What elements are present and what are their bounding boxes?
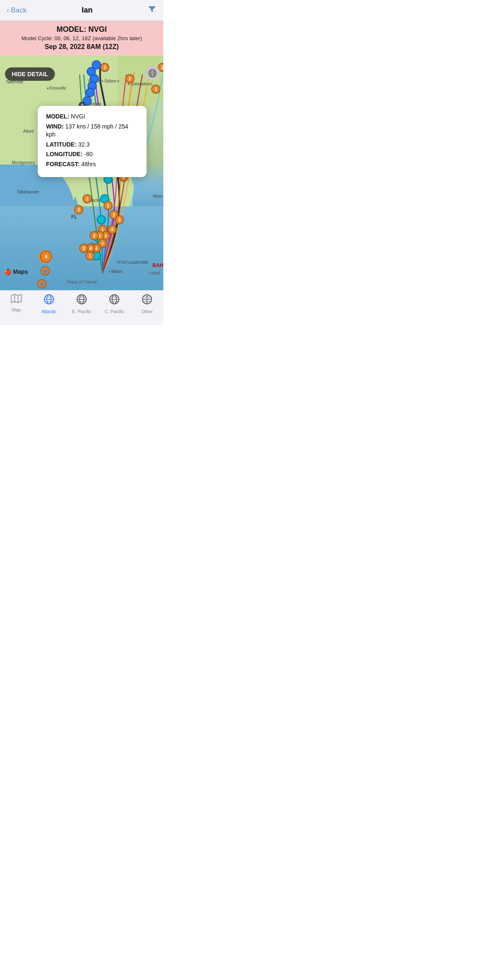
globe-other-icon [142,294,152,307]
popup-wind-label: WIND: [46,123,64,130]
popup-lat-value: 32.3 [78,141,90,148]
storm-marker: 2 [100,63,109,72]
page-title: Ian [82,6,93,15]
tab-epacific[interactable]: E. Pacific [65,294,98,314]
map-icon [11,294,22,306]
bah-label: BAH [152,262,163,268]
popup-latitude: LATITUDE: 32.3 [46,141,138,149]
storm-marker: 3 [83,194,92,203]
storm-marker: 3 [74,205,83,214]
tab-other-label: Other [141,309,153,314]
tab-atlantic-label: Atlantic [41,309,57,314]
tab-cpacific[interactable]: C. Pacific [98,294,131,314]
apple-icon: 🍎 [4,268,11,275]
storm-marker: 1 [85,251,95,260]
storm-symbol-4 [41,266,50,275]
hide-detail-button[interactable]: HIDE DETAIL [5,67,55,81]
detail-popup: MODEL: NVGI WIND: 137 kns / 158 mph / 25… [38,106,147,177]
popup-lon-label: LONGITUDE: [46,151,83,157]
back-label: Back [11,6,27,15]
globe-atlantic-icon [44,294,54,307]
popup-forecast: FORECAST: 48hrs [46,160,138,169]
model-banner: MODEL: NVGI Model Cycle: 00, 06, 12, 18Z… [0,21,163,56]
storm-marker: 3 [151,85,160,94]
back-button[interactable]: ‹ Back [7,6,27,15]
legal-text[interactable]: Legal [149,270,160,275]
model-title: MODEL: NVGI [7,25,157,34]
storm-marker: 2 [125,74,134,83]
maps-text: Maps [13,268,28,275]
storm-marker-cyan [97,215,106,224]
model-cycle: Model Cycle: 00, 06, 12, 18Z (available … [7,35,157,41]
chevron-left-icon: ‹ [7,6,9,15]
popup-wind: WIND: 137 kns / 158 mph / 254 kph [46,123,138,139]
model-date: Sep 28, 2022 8AM (12Z) [7,43,157,51]
tab-cpacific-label: C. Pacific [105,309,124,314]
storm-marker: 1 [103,201,113,210]
storm-marker-orange: 🌀 [37,279,46,288]
tab-bar: Map Atlantic E. Pacific [0,290,163,325]
funnel-icon [147,5,157,14]
tab-atlantic[interactable]: Atlantic [33,294,65,314]
navigation-bar: ‹ Back Ian [0,0,163,21]
popup-longitude: LONGITUDE: -80 [46,150,138,159]
globe-epacific-icon [76,294,87,307]
map-container[interactable]: Nashville Knoxville Winston-Salem Greens… [0,56,163,290]
globe-map-button[interactable] [145,66,160,81]
tropic-label: Tropic of Cancer [66,280,97,284]
popup-lat-label: LATITUDE: [46,141,77,148]
popup-forecast-value: 48hrs [81,161,96,167]
storm-marker: 4 [40,251,52,262]
popup-model-label: MODEL: [46,113,69,120]
popup-model-value: NVGI [71,113,85,120]
popup-forecast-label: FORECAST: [46,161,80,167]
storm-marker: 2 [90,231,99,240]
popup-lon-value: -80 [84,151,93,157]
storm-marker: 3 [79,244,88,253]
tab-map[interactable]: Map [0,294,33,312]
tab-epacific-label: E. Pacific [72,309,91,314]
globe-icon [148,69,157,78]
popup-model: MODEL: NVGI [46,113,138,121]
tab-map-label: Map [12,307,21,312]
tab-other[interactable]: Other [131,294,163,314]
maps-logo: 🍎 Maps [4,268,28,275]
globe-cpacific-icon [109,294,120,307]
filter-button[interactable] [147,5,157,16]
storm-marker: 3 [115,215,124,224]
storm-marker-blue [85,88,95,97]
